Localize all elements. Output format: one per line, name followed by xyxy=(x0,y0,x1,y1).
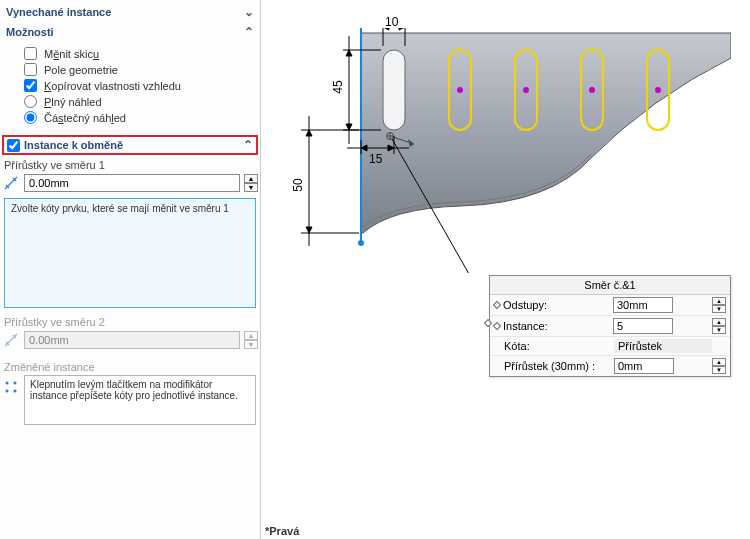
graphics-viewport[interactable]: 10 45 15 50 Směr č.&1 Odstupy: ▲▼ Instan… xyxy=(261,0,750,539)
svg-point-14 xyxy=(589,87,595,93)
label: Pole geometrie xyxy=(44,64,118,76)
dim-incr-input[interactable] xyxy=(614,358,674,374)
checkbox-vary-instances[interactable] xyxy=(7,139,20,152)
spacing-row: Odstupy: ▲▼ xyxy=(490,295,730,316)
pattern-icon xyxy=(2,375,20,395)
radio-full-preview[interactable] xyxy=(24,95,37,108)
dim-label: Kóta: xyxy=(504,340,614,352)
changed-instances-label: Změněné instance xyxy=(2,361,258,373)
dim-incr-spinner[interactable]: ▲▼ xyxy=(712,358,726,374)
incr2-row: ▲▼ xyxy=(2,331,258,349)
instances-spinner[interactable]: ▲▼ xyxy=(712,318,726,334)
instances-row: Instance: ▲▼ xyxy=(490,316,730,337)
label: Měnit skicu xyxy=(44,48,99,60)
dim-45: 45 xyxy=(331,80,345,93)
spacing-spinner[interactable]: ▲▼ xyxy=(712,297,726,313)
chevron-up-icon: ⌃ xyxy=(243,138,253,152)
incr1-spinner[interactable]: ▲▼ xyxy=(244,174,258,192)
option-full-preview[interactable]: Plný náhled xyxy=(24,95,254,108)
checkbox-geometry-field[interactable] xyxy=(24,63,37,76)
svg-point-12 xyxy=(457,87,463,93)
label: Částečný náhled xyxy=(44,112,126,124)
dim-10: 10 xyxy=(385,15,398,29)
dim-15: 15 xyxy=(369,152,382,166)
svg-point-6 xyxy=(358,240,364,246)
chevron-up-icon: ⌃ xyxy=(244,25,254,39)
label: Plný náhled xyxy=(44,96,102,108)
dimension-icon xyxy=(2,332,20,348)
model-view[interactable] xyxy=(291,28,731,273)
changed-instances-box[interactable]: Klepnutím levým tlačítkem na modifikátor… xyxy=(24,375,256,425)
section-vary[interactable]: Instance k obměně ⌃ xyxy=(2,135,258,155)
checkbox-modify-sketch[interactable] xyxy=(24,47,37,60)
incr2-spinner: ▲▼ xyxy=(244,331,258,349)
instances-label: Instance: xyxy=(503,320,613,332)
callout-title: Směr č.&1 xyxy=(490,276,730,295)
incr2-input xyxy=(24,331,240,349)
dim-50: 50 xyxy=(291,178,305,191)
svg-point-2 xyxy=(6,390,9,393)
svg-rect-7 xyxy=(383,50,405,130)
diamond-icon xyxy=(493,301,501,309)
option-modify-sketch[interactable]: Měnit skicu xyxy=(24,47,254,60)
dim-increment-row: Přírůstek (30mm) : ▲▼ xyxy=(490,356,730,376)
diamond-icon xyxy=(493,322,501,330)
svg-point-0 xyxy=(6,382,9,385)
section-options[interactable]: Možnosti ⌃ xyxy=(2,22,258,42)
instances-input[interactable] xyxy=(613,318,673,334)
checkbox-copy-appearance[interactable] xyxy=(24,79,37,92)
spacing-label: Odstupy: xyxy=(503,299,613,311)
option-partial-preview[interactable]: Částečný náhled xyxy=(24,111,254,124)
pattern-callout[interactable]: Směr č.&1 Odstupy: ▲▼ Instance: ▲▼ Kóta:… xyxy=(489,275,731,377)
section-title: Vynechané instance xyxy=(6,6,111,18)
section-title: Instance k obměně xyxy=(24,139,123,151)
svg-point-3 xyxy=(14,390,17,393)
dimension-name-row: Kóta: Přírůstek xyxy=(490,337,730,356)
dimension-icon xyxy=(2,175,20,191)
section-skipped-instances[interactable]: Vynechané instance ⌄ xyxy=(2,2,258,22)
select-dimension-box[interactable]: Zvolte kóty prvku, které se mají měnit v… xyxy=(4,198,256,308)
section-title: Možnosti xyxy=(6,26,54,38)
incr1-input[interactable] xyxy=(24,174,240,192)
label: Kopírovat vlastnosti vzhledu xyxy=(44,80,181,92)
dim-incr-label: Přírůstek (30mm) : xyxy=(504,360,614,372)
incr1-label: Přírůstky ve směru 1 xyxy=(2,159,258,171)
incr1-row: ▲▼ xyxy=(2,174,258,192)
view-name: *Pravá xyxy=(265,525,299,537)
option-geometry-field[interactable]: Pole geometrie xyxy=(24,63,254,76)
chevron-down-icon: ⌄ xyxy=(244,5,254,19)
radio-partial-preview[interactable] xyxy=(24,111,37,124)
property-panel: Vynechané instance ⌄ Možnosti ⌃ Měnit sk… xyxy=(0,0,261,539)
svg-point-1 xyxy=(14,382,17,385)
svg-point-13 xyxy=(523,87,529,93)
spacing-input[interactable] xyxy=(613,297,673,313)
incr2-label: Přírůstky ve směru 2 xyxy=(2,316,258,328)
option-copy-appearance[interactable]: Kopírovat vlastnosti vzhledu xyxy=(24,79,254,92)
svg-point-15 xyxy=(655,87,661,93)
dim-value: Přírůstek xyxy=(614,339,712,353)
options-body: Měnit skicu Pole geometrie Kopírovat vla… xyxy=(2,42,258,135)
